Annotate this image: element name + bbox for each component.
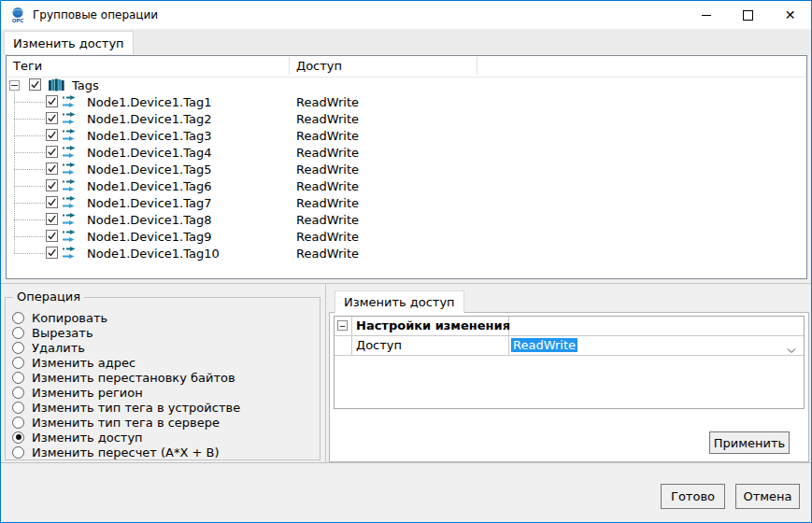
property-row-access[interactable]: Доступ ReadWrite	[335, 336, 804, 356]
tree-row[interactable]: Tags	[7, 77, 806, 93]
maximize-icon	[743, 10, 753, 21]
operation-radio[interactable]: Копировать	[6, 310, 320, 325]
tag-label: Node1.Device1.Tag10	[87, 247, 220, 261]
tags-tree[interactable]: Теги Доступ	[6, 55, 807, 279]
tag-access-value: ReadWrite	[296, 163, 359, 177]
tree-row[interactable]: Node1.Device1.Tag8 ReadWrite	[7, 211, 806, 228]
row-checkbox[interactable]	[29, 78, 41, 91]
tree-connector	[14, 102, 45, 103]
row-checkbox[interactable]	[46, 247, 58, 259]
tree-connector	[14, 236, 45, 237]
row-checkbox[interactable]	[46, 230, 58, 242]
radio-icon[interactable]	[12, 387, 24, 399]
tab-change-access-label: Изменить доступ	[13, 36, 124, 50]
done-button[interactable]: Готово	[661, 484, 725, 509]
tag-access-value: ReadWrite	[296, 179, 359, 193]
tag-label: Node1.Device1.Tag5	[87, 163, 211, 177]
minimize-button[interactable]	[685, 1, 727, 29]
access-combobox-value: ReadWrite	[511, 338, 577, 352]
chevron-down-icon[interactable]	[787, 343, 796, 357]
radio-icon[interactable]	[12, 357, 24, 369]
radio-icon[interactable]	[12, 312, 24, 324]
indicator-cell	[335, 336, 352, 355]
operation-radio[interactable]: Удалить	[6, 340, 320, 355]
property-grid: − Настройки изменения Доступ ReadWrite	[334, 316, 805, 409]
row-checkbox[interactable]	[46, 196, 58, 208]
radio-icon[interactable]	[12, 417, 24, 429]
radio-icon[interactable]	[12, 372, 24, 384]
cancel-button[interactable]: Отмена	[735, 484, 800, 509]
tree-row[interactable]: Node1.Device1.Tag1 ReadWrite	[7, 93, 806, 110]
tag-access-value: ReadWrite	[296, 196, 359, 210]
tag-icon	[63, 247, 76, 262]
operation-radio-label: Вырезать	[32, 326, 93, 340]
row-checkbox[interactable]	[46, 163, 58, 175]
radio-icon[interactable]	[12, 431, 24, 444]
row-checkbox[interactable]	[46, 179, 58, 191]
operation-radio[interactable]: Изменить пересчет (A*X + B)	[6, 445, 320, 459]
tree-connector	[14, 119, 45, 120]
row-checkbox[interactable]	[46, 95, 58, 107]
column-header-tags[interactable]: Теги	[13, 59, 42, 73]
radio-icon[interactable]	[12, 342, 24, 354]
operation-radio[interactable]: Изменить перестановку байтов	[6, 370, 320, 385]
access-combobox[interactable]: ReadWrite	[509, 336, 804, 355]
tree-row[interactable]: Node1.Device1.Tag4 ReadWrite	[7, 144, 806, 161]
column-separator[interactable]	[289, 57, 290, 75]
tree-row[interactable]: Node1.Device1.Tag2 ReadWrite	[7, 110, 806, 127]
tree-row[interactable]: Node1.Device1.Tag5 ReadWrite	[7, 161, 806, 177]
indicator-cell: −	[335, 317, 352, 335]
operation-radio-label: Изменить пересчет (A*X + B)	[32, 445, 220, 459]
operation-radio[interactable]: Изменить регион	[6, 385, 320, 400]
column-separator[interactable]	[477, 57, 477, 75]
tab-change-access-panel[interactable]: Изменить доступ	[335, 290, 464, 313]
vertical-splitter[interactable]	[325, 284, 326, 462]
tags-group-icon	[49, 78, 64, 94]
tab-change-access[interactable]: Изменить доступ	[4, 31, 134, 54]
operation-groupbox-title: Операция	[13, 290, 84, 304]
tag-label: Node1.Device1.Tag1	[87, 95, 211, 109]
tree-row[interactable]: Node1.Device1.Tag9 ReadWrite	[7, 228, 806, 245]
property-group-value-cell	[509, 317, 804, 335]
tag-label: Node1.Device1.Tag3	[87, 129, 211, 143]
operation-radio[interactable]: Вырезать	[6, 325, 320, 340]
column-header-access[interactable]: Доступ	[296, 59, 342, 73]
operation-radio[interactable]: Изменить адрес	[6, 355, 320, 370]
row-checkbox[interactable]	[46, 129, 58, 141]
svg-text:OPC: OPC	[12, 18, 24, 23]
tag-access-value: ReadWrite	[296, 230, 359, 244]
radio-icon[interactable]	[12, 402, 24, 414]
tree-row[interactable]: Node1.Device1.Tag3 ReadWrite	[7, 127, 806, 144]
tree-connector	[14, 219, 45, 220]
tag-label: Node1.Device1.Tag9	[87, 230, 211, 244]
change-access-panel: − Настройки изменения Доступ ReadWrite П…	[329, 312, 809, 462]
property-name-access[interactable]: Доступ	[352, 336, 509, 355]
collapse-minus-icon[interactable]: −	[337, 320, 348, 331]
maximize-button[interactable]	[727, 1, 769, 29]
tree-row[interactable]: Node1.Device1.Tag7 ReadWrite	[7, 194, 806, 211]
property-group-row[interactable]: − Настройки изменения	[335, 317, 804, 336]
window-controls: ✕	[685, 1, 811, 29]
main-tab-strip: Изменить доступ	[1, 30, 811, 54]
tag-access-value: ReadWrite	[296, 213, 359, 227]
radio-icon[interactable]	[12, 327, 24, 339]
tag-icon	[63, 95, 76, 111]
close-button[interactable]: ✕	[769, 1, 811, 29]
footer-divider	[1, 462, 811, 463]
operation-radio[interactable]: Изменить доступ	[6, 430, 320, 445]
radio-icon[interactable]	[12, 446, 24, 459]
tree-connector	[14, 152, 45, 153]
operation-radio[interactable]: Изменить тип тега в сервере	[6, 415, 320, 430]
group-operations-dialog: OPC Групповые операции ✕ Изменить доступ…	[0, 0, 812, 523]
tree-row[interactable]: Node1.Device1.Tag10 ReadWrite	[7, 245, 806, 262]
operation-radio[interactable]: Изменить тип тега в устройстве	[6, 400, 320, 415]
operation-options: Копировать Вырезать Удалить Изменить адр…	[6, 310, 320, 459]
apply-button[interactable]: Применить	[709, 431, 790, 454]
operation-radio-label: Изменить регион	[32, 386, 143, 400]
tree-row[interactable]: Node1.Device1.Tag6 ReadWrite	[7, 177, 806, 194]
row-checkbox[interactable]	[46, 146, 58, 158]
tag-label: Node1.Device1.Tag7	[87, 196, 211, 210]
tree-connector	[14, 135, 45, 136]
row-checkbox[interactable]	[46, 213, 58, 225]
row-checkbox[interactable]	[46, 112, 58, 124]
